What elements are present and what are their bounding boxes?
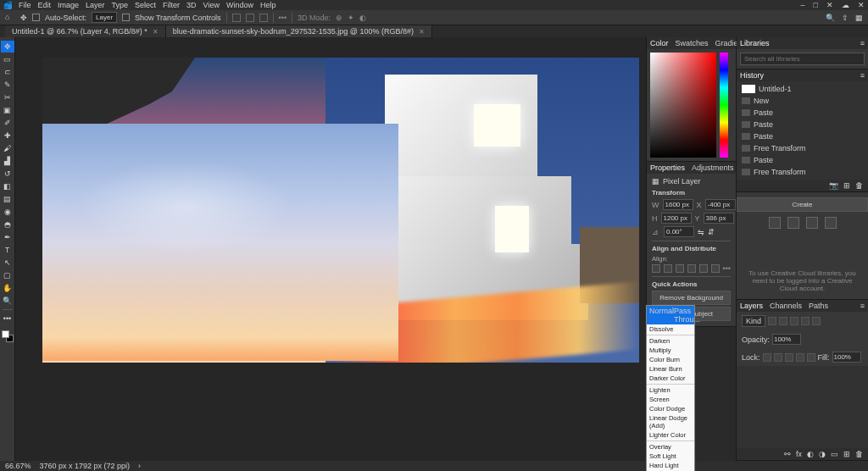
adjustment-icon[interactable]: ◑ xyxy=(819,450,826,458)
blend-mode-option[interactable]: Linear Burn xyxy=(647,364,694,374)
filter-kind-dropdown[interactable]: Kind xyxy=(742,315,765,327)
panel-menu-icon[interactable]: ≡ xyxy=(860,71,865,80)
blend-mode-option[interactable]: Linear Dodge (Add) xyxy=(647,413,694,430)
grid-view-icon[interactable] xyxy=(769,217,781,229)
crop-tool[interactable]: ✂ xyxy=(1,91,14,103)
path-tool[interactable]: ↖ xyxy=(1,257,14,269)
blend-mode-option[interactable]: Lighter Color xyxy=(647,430,694,440)
brush-tool[interactable]: 🖌 xyxy=(1,142,14,154)
remove-bg-button[interactable]: Remove Background xyxy=(652,291,731,305)
blend-mode-option[interactable]: Dissolve xyxy=(647,324,694,334)
flip-v-icon[interactable]: ⇵ xyxy=(708,228,715,236)
tab-adjustments[interactable]: Adjustments xyxy=(692,163,734,172)
align-center-icon[interactable] xyxy=(246,14,254,22)
history-item[interactable]: Free Transform xyxy=(737,142,868,154)
3d-pan-icon[interactable]: ✦ xyxy=(348,14,354,22)
workspace-icon[interactable]: ▦ xyxy=(855,14,863,22)
minimize-icon[interactable]: – xyxy=(801,1,805,9)
history-item[interactable]: Paste xyxy=(737,119,868,130)
align-vcenter-icon[interactable] xyxy=(699,264,708,273)
type-tool[interactable]: T xyxy=(1,244,14,256)
new-doc-icon[interactable]: ⊞ xyxy=(843,181,850,190)
menu-select[interactable]: Select xyxy=(135,1,156,9)
3d-orbit-icon[interactable]: ⊕ xyxy=(336,14,342,22)
sort-icon[interactable] xyxy=(806,217,818,229)
canvas-area[interactable] xyxy=(15,37,646,461)
opacity-input[interactable] xyxy=(772,334,801,345)
maximize-icon[interactable]: □ xyxy=(814,1,818,9)
autoselect-dropdown[interactable]: Layer xyxy=(92,12,117,23)
height-input[interactable] xyxy=(661,213,692,224)
hand-tool[interactable]: ✋ xyxy=(1,282,14,294)
dodge-tool[interactable]: ◓ xyxy=(1,219,14,230)
3d-roll-icon[interactable]: ◐ xyxy=(359,14,366,22)
align-right-icon[interactable] xyxy=(259,14,268,22)
trash-icon[interactable]: 🗑 xyxy=(855,450,863,458)
eraser-tool[interactable]: ◧ xyxy=(1,180,14,192)
zoom-level[interactable]: 66.67% xyxy=(5,462,31,470)
blur-tool[interactable]: ◉ xyxy=(1,206,14,218)
angle-input[interactable] xyxy=(664,226,694,237)
blend-mode-option[interactable]: Lighten xyxy=(647,385,694,395)
healing-tool[interactable]: ✚ xyxy=(1,130,14,141)
tab-layers[interactable]: Layers xyxy=(740,302,763,310)
color-field[interactable] xyxy=(650,53,716,158)
home-icon[interactable]: ⌂ xyxy=(5,13,15,23)
stamp-tool[interactable]: ▟ xyxy=(1,155,14,167)
x-input[interactable] xyxy=(705,199,736,210)
tab-properties[interactable]: Properties xyxy=(650,163,685,172)
fill-input[interactable] xyxy=(832,352,861,363)
blend-mode-option[interactable]: Color Dodge xyxy=(647,404,694,413)
app-close-icon[interactable]: ✕ xyxy=(858,1,865,9)
eyedropper-tool[interactable]: ✐ xyxy=(1,117,14,129)
menu-filter[interactable]: Filter xyxy=(163,1,180,9)
document-canvas[interactable] xyxy=(42,58,639,363)
new-layer-icon[interactable]: ⊞ xyxy=(843,450,850,458)
list-view-icon[interactable] xyxy=(787,217,799,229)
menu-file[interactable]: File xyxy=(19,1,31,9)
menu-help[interactable]: Help xyxy=(260,1,276,9)
filter-type-icon[interactable] xyxy=(790,317,798,325)
quick-select-tool[interactable]: ✎ xyxy=(1,79,14,91)
menu-edit[interactable]: Edit xyxy=(38,1,52,9)
menu-view[interactable]: View xyxy=(203,1,220,9)
snapshot-icon[interactable]: 📷 xyxy=(829,181,838,190)
lock-position-icon[interactable] xyxy=(785,353,793,362)
blend-mode-option[interactable]: Hard Light xyxy=(647,461,694,470)
blend-mode-option[interactable]: Darken xyxy=(647,336,694,346)
history-item[interactable]: Paste xyxy=(737,107,868,119)
menu-image[interactable]: Image xyxy=(58,1,79,9)
gradient-tool[interactable]: ▤ xyxy=(1,193,14,205)
align-top-icon[interactable] xyxy=(687,264,696,273)
move-tool[interactable]: ✥ xyxy=(1,41,14,53)
lock-all-icon[interactable] xyxy=(807,353,815,362)
menu-window[interactable]: Window xyxy=(226,1,253,9)
filter-smart-icon[interactable] xyxy=(812,317,821,325)
filter-shape-icon[interactable] xyxy=(801,317,810,325)
panel-menu-icon[interactable]: ≡ xyxy=(860,302,865,310)
zoom-tool[interactable]: 🔍 xyxy=(1,295,14,307)
shape-tool[interactable]: ▢ xyxy=(1,269,14,281)
libraries-search-input[interactable] xyxy=(740,53,865,65)
tab-swatches[interactable]: Swatches xyxy=(676,39,709,47)
search-icon[interactable]: 🔍 xyxy=(826,14,835,22)
layer-list[interactable] xyxy=(737,366,868,448)
width-input[interactable] xyxy=(663,199,693,210)
close-icon[interactable]: ✕ xyxy=(826,1,833,9)
blend-mode-menu[interactable]: NormalPass Throu... Dissolve Darken Mult… xyxy=(646,305,695,471)
blend-mode-option[interactable]: Multiply xyxy=(647,346,694,355)
autoselect-checkbox[interactable] xyxy=(32,14,40,21)
blend-mode-option[interactable]: Screen xyxy=(647,395,694,404)
frame-tool[interactable]: ▣ xyxy=(1,104,14,116)
close-tab-icon[interactable]: ✕ xyxy=(419,28,425,36)
history-item[interactable]: Paste xyxy=(737,154,868,166)
align-left-icon[interactable] xyxy=(232,14,241,22)
hue-slunlocked[interactable] xyxy=(720,53,728,158)
filter-pixel-icon[interactable] xyxy=(768,317,776,325)
history-item[interactable]: Free Transform xyxy=(737,166,868,178)
tab-untitled[interactable]: Untitled-1 @ 66.7% (Layer 4, RGB/8#) * ✕ xyxy=(5,25,166,37)
history-root[interactable]: Untitled-1 xyxy=(737,83,868,95)
history-brush-tool[interactable]: ↺ xyxy=(1,168,14,180)
lock-artboard-icon[interactable] xyxy=(796,353,804,362)
lock-transparency-icon[interactable] xyxy=(763,353,771,362)
